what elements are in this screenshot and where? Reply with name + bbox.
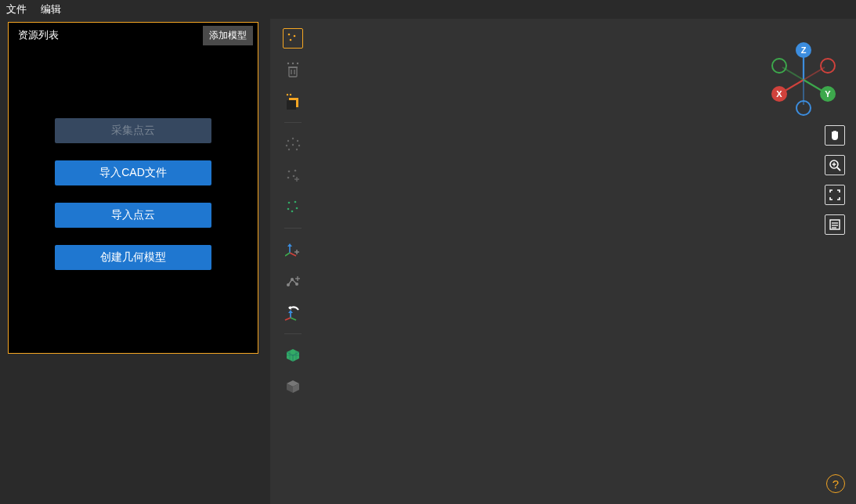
menu-file[interactable]: 文件 <box>6 2 27 16</box>
svg-point-3 <box>287 63 289 64</box>
divider <box>284 228 302 229</box>
svg-line-43 <box>292 279 297 284</box>
svg-marker-34 <box>287 243 292 247</box>
svg-line-49 <box>291 318 296 320</box>
divider <box>284 333 302 334</box>
svg-line-42 <box>288 279 292 285</box>
svg-line-50 <box>285 318 291 320</box>
svg-point-4 <box>292 63 294 64</box>
svg-point-5 <box>297 63 298 64</box>
svg-point-24 <box>287 177 290 179</box>
zoom-in-icon[interactable] <box>825 155 845 175</box>
axis-x-label: X <box>776 89 782 99</box>
measure-icon[interactable] <box>283 271 303 291</box>
collect-cloud-button: 采集点云 <box>55 118 211 143</box>
list-icon[interactable] <box>825 214 845 235</box>
svg-point-30 <box>287 208 290 211</box>
scatter-tool-3-icon[interactable] <box>283 196 303 217</box>
axis-y-label: Y <box>825 89 831 99</box>
svg-line-35 <box>290 253 296 256</box>
scatter-tool-1-icon[interactable] <box>283 134 303 154</box>
fullscreen-icon[interactable] <box>825 185 845 205</box>
rotate-axis-icon[interactable] <box>283 302 303 322</box>
resource-panel: 资源列表 添加模型 采集点云 导入CAD文件 导入点云 创建几何模型 <box>8 22 258 354</box>
svg-point-19 <box>298 145 300 146</box>
svg-point-29 <box>294 201 297 203</box>
import-cad-button[interactable]: 导入CAD文件 <box>55 160 211 185</box>
layer-icon[interactable] <box>283 91 303 111</box>
create-geometry-button[interactable]: 创建几何模型 <box>55 245 211 270</box>
select-points-icon[interactable] <box>283 28 303 49</box>
svg-point-10 <box>287 94 288 95</box>
svg-point-11 <box>290 94 291 95</box>
right-toolbar <box>825 125 845 235</box>
svg-rect-6 <box>289 67 297 77</box>
svg-point-16 <box>297 140 298 142</box>
delete-icon[interactable] <box>283 59 303 80</box>
panel-header: 资源列表 添加模型 <box>9 23 258 48</box>
cube-gray-icon[interactable] <box>283 376 303 397</box>
svg-point-20 <box>288 149 290 150</box>
svg-marker-48 <box>288 310 293 313</box>
axis-indicator[interactable]: Z X Y <box>760 33 847 119</box>
svg-point-71 <box>821 59 835 73</box>
svg-point-15 <box>287 140 289 142</box>
menubar: 文件 编辑 <box>0 0 856 19</box>
help-button[interactable]: ? <box>826 474 845 493</box>
viewport[interactable]: Z X Y ? <box>270 19 856 504</box>
svg-point-21 <box>296 149 298 150</box>
panel-title: 资源列表 <box>18 28 59 42</box>
svg-rect-13 <box>287 100 296 110</box>
scatter-tool-2-icon[interactable] <box>283 165 303 185</box>
svg-point-18 <box>292 144 294 146</box>
svg-point-28 <box>288 202 291 204</box>
panel-body: 采集点云 导入CAD文件 导入点云 创建几何模型 <box>9 118 258 270</box>
add-model-button[interactable]: 添加模型 <box>203 26 253 45</box>
svg-point-22 <box>288 171 291 173</box>
vertical-toolbar <box>280 28 306 397</box>
svg-marker-46 <box>288 306 291 310</box>
svg-point-0 <box>288 34 291 36</box>
svg-line-74 <box>837 167 840 171</box>
axis-z-label: Z <box>801 45 807 55</box>
menu-edit[interactable]: 编辑 <box>41 2 61 16</box>
divider <box>284 122 302 123</box>
svg-point-2 <box>290 39 292 41</box>
svg-point-72 <box>772 59 786 73</box>
svg-line-36 <box>285 253 290 256</box>
svg-point-1 <box>294 35 296 38</box>
svg-point-32 <box>291 211 294 213</box>
import-cloud-button[interactable]: 导入点云 <box>55 203 211 228</box>
cube-green-icon[interactable] <box>283 345 303 365</box>
svg-point-31 <box>296 207 298 210</box>
axis-add-icon[interactable] <box>283 239 303 260</box>
svg-point-17 <box>286 145 287 146</box>
pan-hand-icon[interactable] <box>825 125 845 146</box>
svg-point-23 <box>294 170 297 172</box>
svg-point-25 <box>293 175 295 178</box>
svg-point-14 <box>292 138 294 139</box>
